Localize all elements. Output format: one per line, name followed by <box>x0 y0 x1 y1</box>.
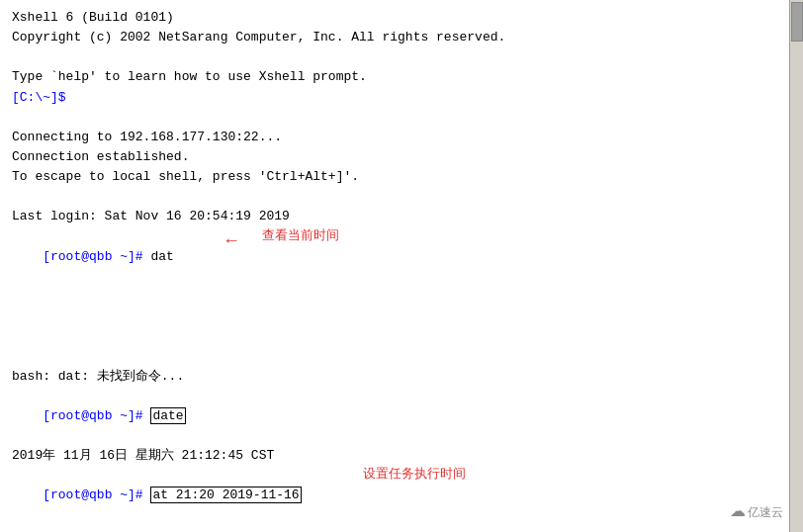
text-l4: Type `help' to learn how to use Xshell p… <box>12 69 367 84</box>
text-l9: To escape to local shell, press 'Ctrl+Al… <box>12 169 359 184</box>
text-l13: bash: dat: 未找到命令... <box>12 369 184 384</box>
text-l2: Copyright (c) 2002 NetSarang Computer, I… <box>12 30 505 44</box>
line-15: 2019年 11月 16日 星期六 21:12:45 CST <box>12 446 791 466</box>
scrollbar-thumb[interactable] <box>791 2 803 42</box>
cmd-l14: date <box>150 407 185 424</box>
text-l1: Xshell 6 (Build 0101) <box>12 10 174 25</box>
text-l8: Connection established. <box>12 149 189 164</box>
line-10 <box>12 187 791 207</box>
line-9: To escape to local shell, press 'Ctrl+Al… <box>12 167 791 187</box>
arrow-to-date: ← <box>223 227 240 255</box>
watermark-icon: ☁ <box>730 502 746 519</box>
watermark: ☁亿速云 <box>730 499 783 524</box>
cmd-l16: at 21:20 2019-11-16 <box>150 487 301 503</box>
text-l11: Last login: Sat Nov 16 20:54:19 2019 <box>12 209 290 223</box>
prompt-l14: [root@qbb ~]# <box>43 408 150 423</box>
text-l15: 2019年 11月 16日 星期六 21:12:45 CST <box>12 448 274 463</box>
terminal: Xshell 6 (Build 0101) Copyright (c) 2002… <box>0 0 803 532</box>
line-12: [root@qbb ~]# dat 查看当前时间 ← <box>12 227 791 367</box>
prompt-l12: [root@qbb ~]# <box>43 249 150 264</box>
annotation-set-time: 设置任务执行时间 <box>363 464 466 484</box>
line-13: bash: dat: 未找到命令... <box>12 367 791 387</box>
cmd-l12: dat <box>150 249 173 264</box>
line-1: Xshell 6 (Build 0101) <box>12 8 791 28</box>
line-3 <box>12 47 791 67</box>
line-14: [root@qbb ~]# date <box>12 387 791 446</box>
line-11: Last login: Sat Nov 16 20:54:19 2019 <box>12 207 791 226</box>
text-l7: Connecting to 192.168.177.130:22... <box>12 130 282 144</box>
watermark-text: 亿速云 <box>748 505 783 519</box>
line-5: [C:\~]$ <box>12 88 791 108</box>
scrollbar[interactable] <box>789 0 803 532</box>
line-2: Copyright (c) 2002 NetSarang Computer, I… <box>12 28 791 47</box>
annotation-current-time: 查看当前时间 <box>262 225 339 245</box>
line-4: Type `help' to learn how to use Xshell p… <box>12 67 791 87</box>
line-7: Connecting to 192.168.177.130:22... <box>12 128 791 147</box>
line-6 <box>12 108 791 128</box>
prompt-l16: [root@qbb ~]# <box>43 488 150 502</box>
line-8: Connection established. <box>12 147 791 167</box>
prompt-l5: [C:\~]$ <box>12 90 66 105</box>
line-16: [root@qbb ~]# at 21:20 2019-11-16 设置任务执行… <box>12 466 791 532</box>
